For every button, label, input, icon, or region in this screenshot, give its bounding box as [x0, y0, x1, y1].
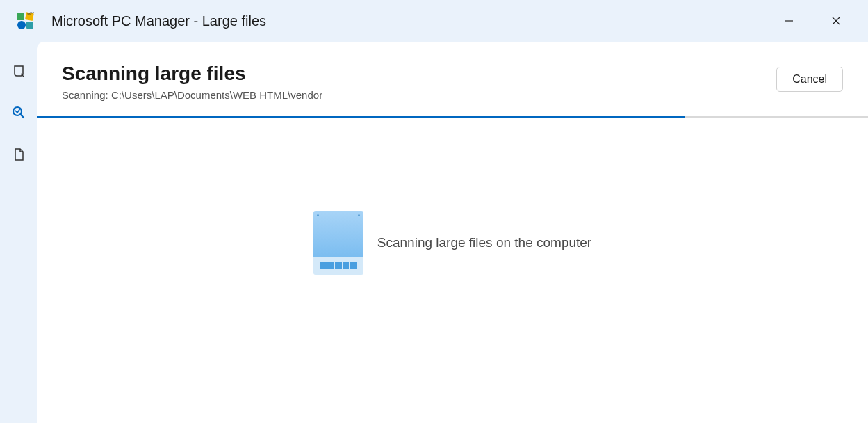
scan-path: C:\Users\LAP\Documents\WEB HTML\vendor [111, 89, 322, 101]
svg-point-2 [17, 21, 26, 29]
titlebar: BETA Microsoft PC Manager - Large files [0, 0, 868, 42]
cancel-button[interactable]: Cancel [776, 67, 843, 92]
drive-icon [313, 211, 363, 275]
center-status: Scanning large files on the computer [37, 118, 868, 423]
svg-rect-0 [17, 13, 24, 20]
sidebar-item-cleanup[interactable] [10, 63, 27, 79]
files-icon [12, 147, 26, 161]
sidebar [0, 42, 37, 423]
page-title: Scanning large files [62, 63, 322, 85]
center-message: Scanning large files on the computer [377, 235, 591, 250]
app-logo-icon: BETA [15, 11, 35, 31]
window-title: Microsoft PC Manager - Large files [51, 13, 775, 29]
scan-icon [11, 105, 26, 120]
sidebar-item-files[interactable] [10, 146, 27, 163]
cleanup-icon [12, 64, 26, 78]
scan-path-line: Scanning: C:\Users\LAP\Documents\WEB HTM… [62, 89, 322, 101]
minimize-button[interactable] [775, 10, 803, 32]
close-button[interactable] [822, 10, 850, 32]
sidebar-item-scan[interactable] [10, 104, 27, 121]
scan-prefix: Scanning: [62, 89, 111, 101]
progress-bar [37, 116, 868, 118]
window-controls [775, 10, 857, 32]
svg-rect-3 [26, 22, 33, 29]
page-header: Scanning large files Scanning: C:\Users\… [37, 42, 868, 101]
main-content: Scanning large files Scanning: C:\Users\… [37, 42, 868, 423]
progress-fill [37, 116, 685, 118]
